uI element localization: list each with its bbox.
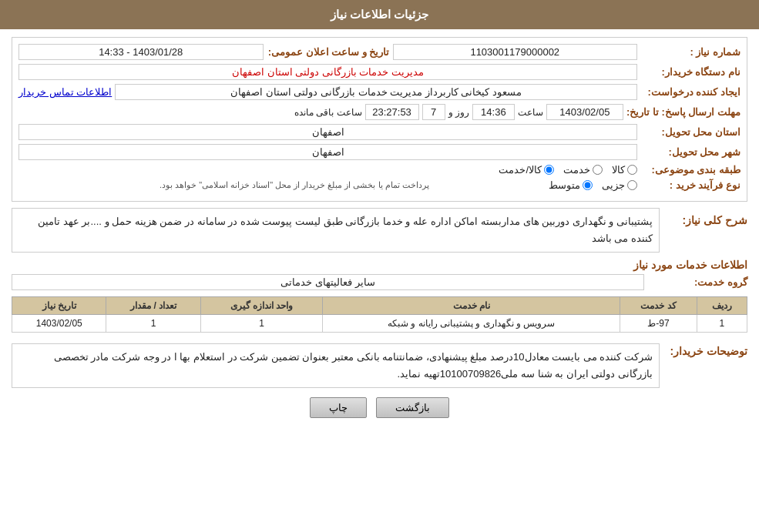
service-info-title: اطلاعات خدمات مورد نیاز [12, 259, 747, 271]
service-group-label: گروه خدمت: [647, 276, 747, 288]
purchase-note: پرداخت تمام یا بخشی از مبلغ خریدار از مح… [18, 180, 429, 190]
purchase-motasat-radio[interactable] [583, 180, 593, 190]
deadline-time: 14:36 [472, 104, 515, 120]
buyer-notes-label: توضیحات خریدار: [663, 345, 747, 357]
category-khadamat[interactable]: خدمت [563, 164, 603, 176]
deadline-days-label: روز و [448, 107, 469, 118]
deadline-label: مهلت ارسال پاسخ: تا تاریخ: [626, 106, 741, 118]
table-cell: 1 [200, 315, 323, 333]
category-kala-khadamat-label: کالا/خدمت [499, 164, 542, 176]
category-kala-khadamat-radio[interactable] [544, 165, 554, 175]
category-label: طبقه بندی موضوعی: [640, 164, 741, 176]
city-value: اصفهان [18, 144, 637, 160]
category-khadamat-radio[interactable] [593, 165, 603, 175]
buyer-notes-box: شرکت کننده می بایست معادل10درصد مبلغ پیش… [12, 343, 660, 388]
services-table-section: ردیف کد خدمت نام خدمت واحد اندازه گیری ت… [12, 296, 747, 333]
contact-link[interactable]: اطلاعات تماس خریدار [18, 86, 112, 98]
creator-value: مسعود کیخانی کاربرداز مدیریت خدمات بازرگ… [115, 84, 637, 100]
category-radio-group: کالا خدمت کالا/خدمت [18, 164, 637, 176]
province-value: اصفهان [18, 124, 637, 140]
purchase-type-radio-group: جزیی متوسط [432, 179, 637, 191]
table-cell: سرویس و نگهداری و پشتیبانی رایانه و شبکه [323, 315, 620, 333]
description-text: پشتیبانی و نگهداری دوربین های مداربسته ا… [12, 208, 660, 253]
purchase-jozii-radio[interactable] [627, 180, 637, 190]
back-button[interactable]: بازگشت [376, 397, 449, 418]
description-label: شرح کلی نیاز: [663, 214, 747, 226]
date-label: تاریخ و ساعت اعلان عمومی: [267, 46, 390, 58]
page-title: جزئیات اطلاعات نیاز [331, 8, 428, 21]
table-cell: 97-ط [620, 315, 697, 333]
deadline-date: 1403/02/05 [546, 104, 623, 120]
category-kala-radio[interactable] [627, 165, 637, 175]
service-group-value: سایر فعالیتهای خدماتی [12, 274, 644, 290]
deadline-remaining-label: ساعت باقی مانده [294, 107, 362, 118]
deadline-time-label: ساعت [518, 107, 543, 118]
table-cell: 1 [697, 315, 747, 333]
date-value: 1403/01/28 - 14:33 [18, 44, 264, 60]
purchase-jozii-label: جزیی [602, 179, 625, 191]
purchase-jozii[interactable]: جزیی [602, 179, 637, 191]
buyer-name-value: مدیریت خدمات بازرگانی دولتی استان اصفهان [18, 64, 637, 80]
description-content: پشتیبانی و نگهداری دوربین های مداربسته ا… [38, 216, 653, 244]
page-header: جزئیات اطلاعات نیاز [0, 0, 759, 29]
purchase-motasat[interactable]: متوسط [549, 179, 593, 191]
province-label: استان محل تحویل: [640, 126, 741, 138]
purchase-motasat-label: متوسط [549, 179, 580, 191]
need-number-value: 1103001179000002 [393, 44, 638, 60]
category-kala-khadamat[interactable]: کالا/خدمت [499, 164, 554, 176]
table-cell: 1403/02/05 [12, 315, 106, 333]
buyer-notes-content: شرکت کننده می بایست معادل10درصد مبلغ پیش… [54, 351, 653, 380]
category-khadamat-label: خدمت [563, 164, 590, 176]
services-table: ردیف کد خدمت نام خدمت واحد اندازه گیری ت… [12, 296, 747, 333]
col-code: کد خدمت [620, 297, 697, 315]
col-radif: ردیف [697, 297, 747, 315]
col-count: تعداد / مقدار [106, 297, 200, 315]
city-label: شهر محل تحویل: [640, 146, 741, 158]
purchase-type-label: نوع فرآیند خرید : [640, 179, 741, 191]
col-date: تاریخ نیاز [12, 297, 106, 315]
creator-label: ایجاد کننده درخواست: [640, 86, 741, 98]
category-kala[interactable]: کالا [612, 164, 637, 176]
buttons-row: بازگشت چاپ [12, 397, 747, 418]
table-row: 197-طسرویس و نگهداری و پشتیبانی رایانه و… [12, 315, 747, 333]
table-cell: 1 [106, 315, 200, 333]
buyer-name-label: نام دستگاه خریدار: [640, 66, 741, 78]
need-number-label: شماره نیاز : [640, 46, 741, 58]
deadline-remaining: 23:27:53 [365, 104, 419, 120]
print-button[interactable]: چاپ [310, 397, 367, 418]
col-unit: واحد اندازه گیری [200, 297, 323, 315]
col-name: نام خدمت [323, 297, 620, 315]
category-kala-label: کالا [612, 164, 625, 176]
deadline-days: 7 [422, 104, 445, 120]
